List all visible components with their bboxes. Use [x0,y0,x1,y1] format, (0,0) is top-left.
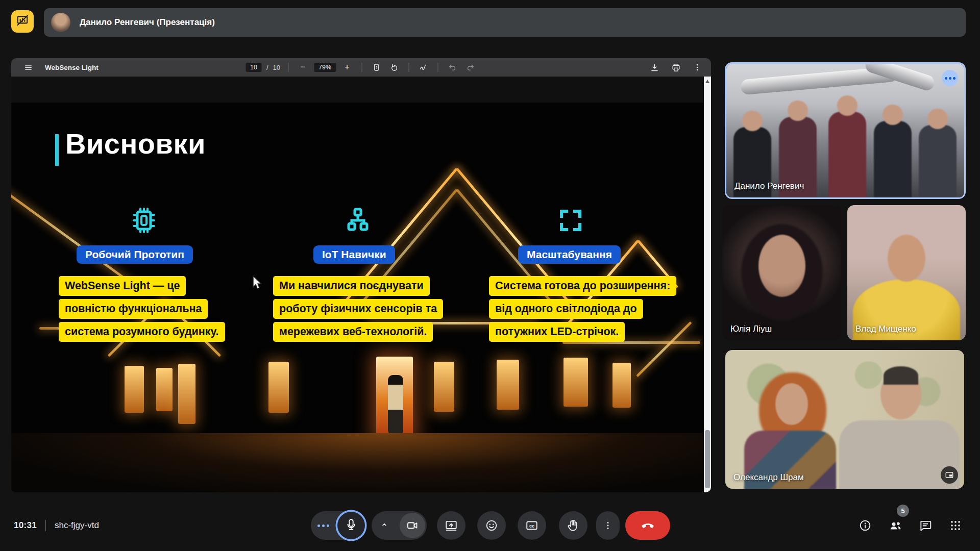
network-icon [345,207,371,234]
undo-icon[interactable] [446,61,459,74]
page-separator: / [266,64,268,71]
slide-title: Висновки [65,127,206,160]
presentation-slide: Висновки Робочий Прототип WebSense Light… [11,103,704,492]
mouse-cursor [251,276,262,293]
captions-button[interactable]: cc [518,511,546,540]
toolbar-divider [437,63,438,72]
meeting-info: 10:31 shc-fjgy-vtd [14,509,99,542]
chat-button[interactable] [917,517,934,534]
fit-page-icon[interactable] [370,61,383,74]
video-tile-vlad[interactable]: Влад Мищенко [847,205,966,340]
clock: 10:31 [14,520,37,531]
slide-text-block: Ми навчилися поєднувати роботу фізичних … [273,276,443,345]
toolbar-divider [361,63,362,72]
presenter-name: Данило Ренгевич (Презентація) [80,17,215,28]
toolbar-divider [288,63,288,72]
phone-down-icon [641,517,655,534]
highlight-line: від одного світлодіода до [489,299,643,319]
end-call-button[interactable] [625,511,670,540]
chip-icon [131,207,157,234]
annotate-icon[interactable] [416,61,430,74]
highlight-line: роботу фізичних сенсорів та [273,299,443,319]
scrollbar-thumb[interactable] [705,430,710,488]
meeting-details-button[interactable] [856,517,874,534]
presenter-avatar [51,13,70,32]
page-number-input[interactable]: 10 [246,63,262,72]
pdf-scrollbar[interactable] [704,77,711,492]
print-icon[interactable] [669,61,682,74]
presentation-slash-icon [16,14,29,29]
video-tile-danylo[interactable]: Данило Ренгевич [725,62,966,199]
presenter-banner: Данило Ренгевич (Презентація) [44,8,966,37]
zoom-in-button[interactable]: + [340,61,354,74]
video-feed [726,64,964,197]
meeting-code: shc-fjgy-vtd [55,520,99,531]
participant-name: Олександр Шрам [733,472,804,483]
participant-name: Данило Ренгевич [734,181,804,191]
video-feed [847,205,966,340]
slide-label-iot: IoT Навички [313,245,395,264]
highlight-line: WebSense Light — це [59,276,186,296]
raise-hand-button[interactable] [559,511,587,540]
participants-button[interactable] [887,517,904,534]
highlight-line: мережевих веб-технологій. [273,322,433,342]
highlight-line: Ми навчилися поєднувати [273,276,430,296]
slide-label-scaling: Масштабування [518,245,621,264]
camera-button[interactable] [400,513,425,538]
stop-presenting-badge[interactable] [11,10,34,33]
scroll-up-arrow[interactable] [705,80,709,83]
present-screen-button[interactable] [437,511,465,540]
video-feed [725,350,964,489]
camera-button-group[interactable] [372,511,427,540]
participants-count-badge: 5 [897,505,909,517]
more-controls-button[interactable] [596,511,620,540]
picture-in-picture-button[interactable] [941,466,958,484]
reactions-button[interactable] [477,511,506,540]
highlight-line: повністю функціональна [59,299,208,319]
zoom-out-button[interactable]: − [296,61,309,74]
divider [45,520,46,531]
participant-name: Влад Мищенко [855,324,916,334]
pdf-toolbar: WebSense Light 10 / 10 − 79% + [11,58,711,77]
video-feed [722,205,841,340]
download-icon[interactable] [648,61,661,74]
video-tile-oleksandr[interactable]: Олександр Шрам [725,350,964,489]
highlight-line: система розумного будинку. [59,322,225,342]
meet-window: Данило Ренгевич (Презентація) WebSense L… [0,0,980,551]
pdf-content-area: Висновки Робочий Прототип WebSense Light… [11,77,711,492]
slide-text-block: Система готова до розширення: від одного… [489,276,676,345]
toolbar-divider [408,63,409,72]
redo-icon[interactable] [463,61,477,74]
participant-name: Юлія Ліуш [730,324,772,334]
zoom-level[interactable]: 79% [314,63,336,72]
highlight-line: Система готова до розширення: [489,276,676,296]
tile-options-button[interactable] [942,70,958,86]
title-accent-bar [55,134,59,166]
shared-pdf-viewer: WebSense Light 10 / 10 − 79% + [11,58,711,492]
expand-icon [557,207,584,234]
control-bar: 10:31 shc-fjgy-vtd [0,509,980,551]
rotate-icon[interactable] [387,61,401,74]
page-total: 10 [273,64,280,71]
more-options-icon[interactable] [691,61,704,74]
slide-label-prototype: Робочий Прототип [77,245,193,264]
slide-text-block: WebSense Light — це повністю функціональ… [59,276,225,345]
pdf-title: WebSense Light [45,64,99,71]
chevron-up-icon[interactable] [380,520,389,531]
person-silhouette [388,375,403,435]
microphone-icon [345,518,358,533]
activities-button[interactable] [947,517,964,534]
cc-glyph: cc [529,523,534,529]
menu-icon[interactable] [21,61,35,74]
microphone-button[interactable] [337,512,365,539]
highlight-line: потужних LED-стрічок. [489,322,625,342]
video-tile-yuliia[interactable]: Юлія Ліуш [722,205,841,340]
